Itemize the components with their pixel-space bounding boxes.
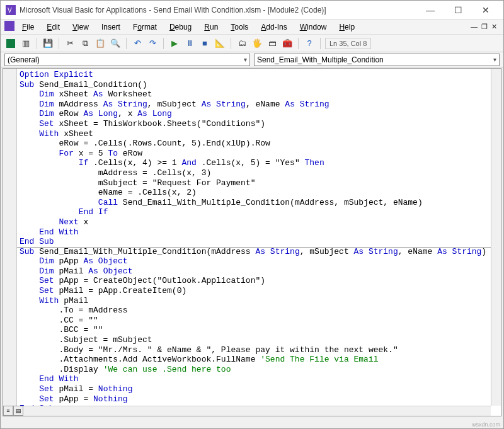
close-button[interactable]: ✕ xyxy=(477,5,495,15)
chevron-down-icon: ▾ xyxy=(493,56,496,63)
toolbar: ▥ 💾 ✂ ⧉ 📋 🔍 ↶ ↷ ▶ ⏸ ■ 📐 🗂 🖐 🗃 🧰 ? Ln 35,… xyxy=(1,35,503,52)
toolbox-icon[interactable]: 🧰 xyxy=(281,37,294,50)
menu-window[interactable]: Window xyxy=(295,21,332,33)
code-window: Option Explicit Sub Send_Email_Condition… xyxy=(3,68,501,416)
maximize-button[interactable]: ☐ xyxy=(449,5,467,15)
menu-insert[interactable]: Insert xyxy=(96,21,125,33)
horizontal-scrollbar[interactable] xyxy=(3,406,491,416)
full-module-view-button[interactable]: ▤ xyxy=(13,406,23,416)
view-selector: ≡ ▤ xyxy=(3,406,23,416)
save-icon[interactable]: 💾 xyxy=(42,37,54,50)
separator xyxy=(163,38,164,49)
separator xyxy=(231,38,231,49)
chevron-down-icon: ▾ xyxy=(244,56,247,63)
menu-format[interactable]: Format xyxy=(128,21,162,33)
undo-icon[interactable]: ↶ xyxy=(131,37,144,50)
procedure-view-button[interactable]: ≡ xyxy=(3,406,13,416)
mdi-close-button[interactable]: ✕ xyxy=(491,23,497,31)
object-dropdown-value: (General) xyxy=(8,55,40,64)
menu-debug[interactable]: Debug xyxy=(164,21,197,33)
separator xyxy=(298,38,299,49)
paste-icon[interactable]: 📋 xyxy=(94,37,106,50)
menu-file[interactable]: File xyxy=(17,21,39,33)
window-title: Microsoft Visual Basic for Applications … xyxy=(20,6,418,14)
separator xyxy=(37,38,37,49)
run-icon[interactable]: ▶ xyxy=(168,37,181,50)
object-browser-icon[interactable]: 🗃 xyxy=(266,37,278,50)
cut-icon[interactable]: ✂ xyxy=(64,37,76,50)
object-dropdown[interactable]: (General) ▾ xyxy=(4,54,250,66)
help-icon[interactable]: ? xyxy=(303,37,316,50)
view-excel-icon[interactable] xyxy=(4,37,17,50)
find-icon[interactable]: 🔍 xyxy=(109,37,122,50)
cursor-position: Ln 35, Col 8 xyxy=(325,38,371,49)
app-icon: V xyxy=(6,5,16,15)
menu-addins[interactable]: Add-Ins xyxy=(256,21,292,33)
design-mode-icon[interactable]: 📐 xyxy=(214,37,226,50)
menu-tools[interactable]: Tools xyxy=(226,21,253,33)
watermark: wsxdn.com xyxy=(472,421,500,428)
separator xyxy=(320,38,321,49)
mdi-restore-button[interactable]: ❐ xyxy=(481,23,488,31)
copy-icon[interactable]: ⧉ xyxy=(79,37,91,50)
redo-icon[interactable]: ↷ xyxy=(146,37,159,50)
procedure-dropdown[interactable]: Send_Email_With_Multiple_Condition ▾ xyxy=(254,54,500,66)
reset-icon[interactable]: ■ xyxy=(198,37,211,50)
mdi-minimize-button[interactable]: — xyxy=(471,23,478,31)
vertical-scrollbar[interactable] xyxy=(491,69,501,406)
menu-view[interactable]: View xyxy=(67,21,94,33)
menu-run[interactable]: Run xyxy=(199,21,223,33)
vba-icon xyxy=(4,21,14,33)
titlebar: V Microsoft Visual Basic for Application… xyxy=(1,1,503,20)
code-editor[interactable]: Option Explicit Sub Send_Email_Condition… xyxy=(17,69,501,416)
separator xyxy=(59,38,59,49)
svg-rect-2 xyxy=(4,21,14,31)
svg-rect-3 xyxy=(6,39,15,48)
svg-text:V: V xyxy=(8,7,12,14)
separator xyxy=(126,38,127,49)
properties-icon[interactable]: 🖐 xyxy=(251,37,263,50)
insert-module-icon[interactable]: ▥ xyxy=(20,37,32,50)
menu-help[interactable]: Help xyxy=(334,21,360,33)
project-explorer-icon[interactable]: 🗂 xyxy=(236,37,248,50)
procedure-dropdown-value: Send_Email_With_Multiple_Condition xyxy=(257,55,384,64)
margin-indicator-bar[interactable] xyxy=(3,69,17,416)
code-navigator: (General) ▾ Send_Email_With_Multiple_Con… xyxy=(1,52,503,67)
menubar: File Edit View Insert Format Debug Run T… xyxy=(1,20,503,35)
minimize-button[interactable]: — xyxy=(421,5,439,15)
menu-edit[interactable]: Edit xyxy=(42,21,65,33)
break-icon[interactable]: ⏸ xyxy=(183,37,196,50)
